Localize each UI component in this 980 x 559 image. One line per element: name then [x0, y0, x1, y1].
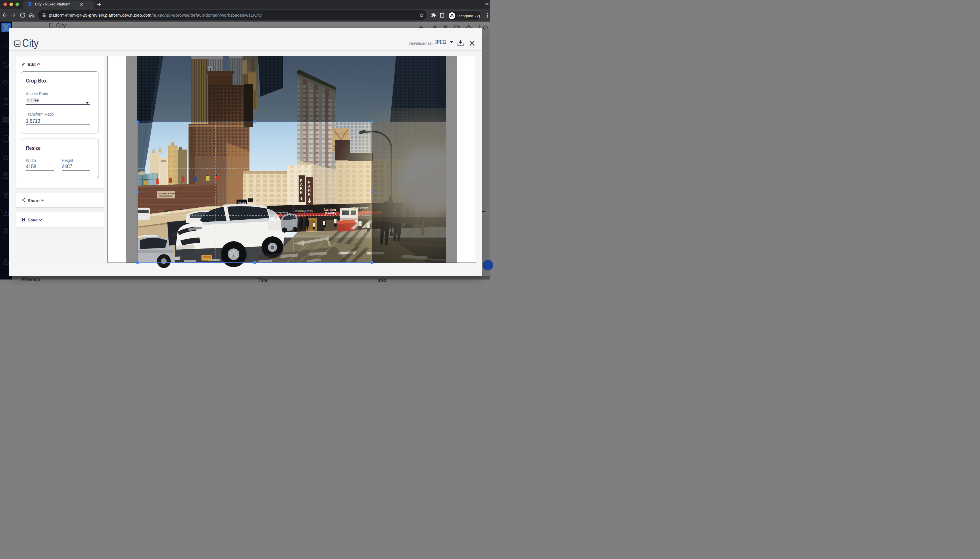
svg-text:O'REILLY'S PUB: O'REILLY'S PUB	[158, 192, 177, 195]
svg-text:KILLED: KILLED	[238, 202, 246, 204]
